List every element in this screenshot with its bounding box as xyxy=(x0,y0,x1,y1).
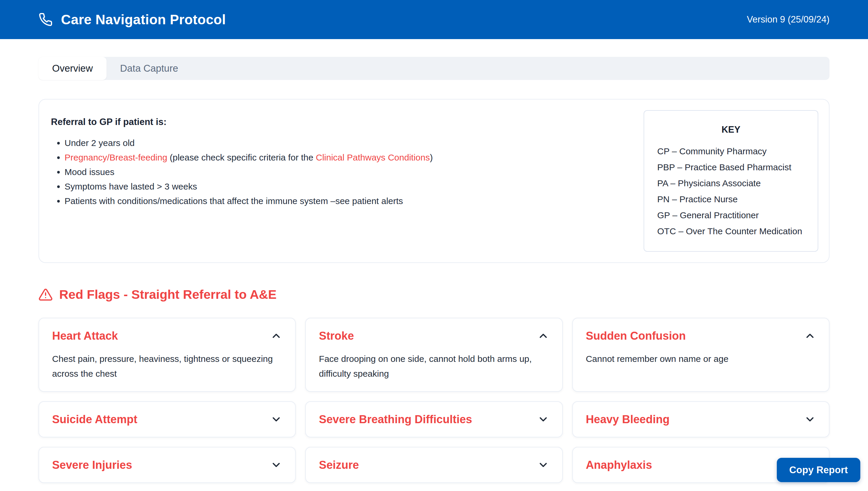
key-item-pbp: PBP – Practice Based Pharmacist xyxy=(657,159,805,175)
referral-content: Referral to GP if patient is: Under 2 ye… xyxy=(51,110,632,208)
card-title: Stroke xyxy=(319,328,354,343)
referral-bullet-pregnancy: Pregnancy/Breast-feeding (please check s… xyxy=(64,150,632,165)
card-suicide-attempt: Suicide Attempt xyxy=(38,401,296,437)
card-title: Severe Breathing Difficulties xyxy=(319,412,472,427)
card-title: Heavy Bleeding xyxy=(586,412,670,427)
key-title: KEY xyxy=(657,124,805,135)
chevron-down-icon[interactable] xyxy=(270,459,282,471)
referral-panel: Referral to GP if patient is: Under 2 ye… xyxy=(38,99,830,263)
card-heart-attack: Heart Attack Chest pain, pressure, heavi… xyxy=(38,318,296,392)
clinical-pathways-link[interactable]: Clinical Pathways Conditions xyxy=(316,152,430,162)
chevron-down-icon[interactable] xyxy=(804,413,816,425)
pregnancy-emphasis: Pregnancy/Breast-feeding xyxy=(64,152,167,162)
card-title: Heart Attack xyxy=(52,328,118,343)
card-stroke-header[interactable]: Stroke xyxy=(319,328,549,343)
warning-triangle-icon xyxy=(38,288,53,302)
chevron-up-icon[interactable] xyxy=(270,330,282,342)
card-sudden-confusion-header[interactable]: Sudden Confusion xyxy=(586,328,816,343)
card-severe-breathing: Severe Breathing Difficulties xyxy=(305,401,563,437)
referral-bullet-symptoms: Symptoms have lasted > 3 weeks xyxy=(64,179,632,194)
key-item-gp: GP – General Practitioner xyxy=(657,207,805,223)
card-heart-attack-header[interactable]: Heart Attack xyxy=(52,328,282,343)
card-severe-breathing-header[interactable]: Severe Breathing Difficulties xyxy=(319,412,549,427)
chevron-down-icon[interactable] xyxy=(270,413,282,425)
chevron-down-icon[interactable] xyxy=(537,413,549,425)
red-flags-heading: Red Flags - Straight Referral to A&E xyxy=(38,287,830,302)
referral-bullet-mood: Mood issues xyxy=(64,165,632,179)
page-title: Care Navigation Protocol xyxy=(61,11,226,28)
red-flag-cards-grid: Heart Attack Chest pain, pressure, heavi… xyxy=(38,318,830,491)
card-body: Chest pain, pressure, heaviness, tightne… xyxy=(52,351,282,381)
card-stroke: Stroke Face drooping on one side, cannot… xyxy=(305,318,563,392)
chevron-down-icon[interactable] xyxy=(537,459,549,471)
card-severe-injuries: Severe Injuries xyxy=(38,447,296,483)
tab-overview[interactable]: Overview xyxy=(38,57,107,80)
tab-data-capture[interactable]: Data Capture xyxy=(107,57,192,80)
referral-heading: Referral to GP if patient is: xyxy=(51,117,632,127)
card-title: Seizure xyxy=(319,458,359,472)
tab-bar: Overview Data Capture xyxy=(38,57,830,80)
card-heavy-bleeding-header[interactable]: Heavy Bleeding xyxy=(586,412,816,427)
card-suicide-attempt-header[interactable]: Suicide Attempt xyxy=(52,412,282,427)
copy-report-button[interactable]: Copy Report xyxy=(777,458,860,482)
red-flags-heading-text: Red Flags - Straight Referral to A&E xyxy=(59,287,276,302)
version-label: Version 9 (25/09/24) xyxy=(747,14,830,25)
chevron-up-icon[interactable] xyxy=(537,330,549,342)
card-title: Sudden Confusion xyxy=(586,328,686,343)
phone-icon xyxy=(38,12,53,27)
card-title: Anaphylaxis xyxy=(586,458,652,472)
card-body: Face drooping on one side, cannot hold b… xyxy=(319,351,549,381)
key-panel: KEY CP – Community Pharmacy PBP – Practi… xyxy=(643,110,818,252)
key-item-cp: CP – Community Pharmacy xyxy=(657,143,805,159)
referral-list: Under 2 years old Pregnancy/Breast-feedi… xyxy=(51,136,632,208)
card-heavy-bleeding: Heavy Bleeding xyxy=(572,401,830,437)
bullet-mid-text: (please check specific criteria for the xyxy=(167,152,316,162)
bullet-end-text: ) xyxy=(430,152,433,162)
referral-bullet-under-2: Under 2 years old xyxy=(64,136,632,150)
card-title: Severe Injuries xyxy=(52,458,132,472)
card-body: Cannot remember own name or age xyxy=(586,351,816,366)
key-item-pa: PA – Physicians Associate xyxy=(657,175,805,191)
card-seizure: Seizure xyxy=(305,447,563,483)
card-sudden-confusion: Sudden Confusion Cannot remember own nam… xyxy=(572,318,830,392)
chevron-up-icon[interactable] xyxy=(804,330,816,342)
app-header: Care Navigation Protocol Version 9 (25/0… xyxy=(0,0,868,39)
card-severe-injuries-header[interactable]: Severe Injuries xyxy=(52,458,282,472)
card-seizure-header[interactable]: Seizure xyxy=(319,458,549,472)
referral-bullet-immune: Patients with conditions/medications tha… xyxy=(64,194,632,208)
card-title: Suicide Attempt xyxy=(52,412,138,427)
key-item-otc: OTC – Over The Counter Medication xyxy=(657,223,805,239)
key-item-pn: PN – Practice Nurse xyxy=(657,191,805,207)
